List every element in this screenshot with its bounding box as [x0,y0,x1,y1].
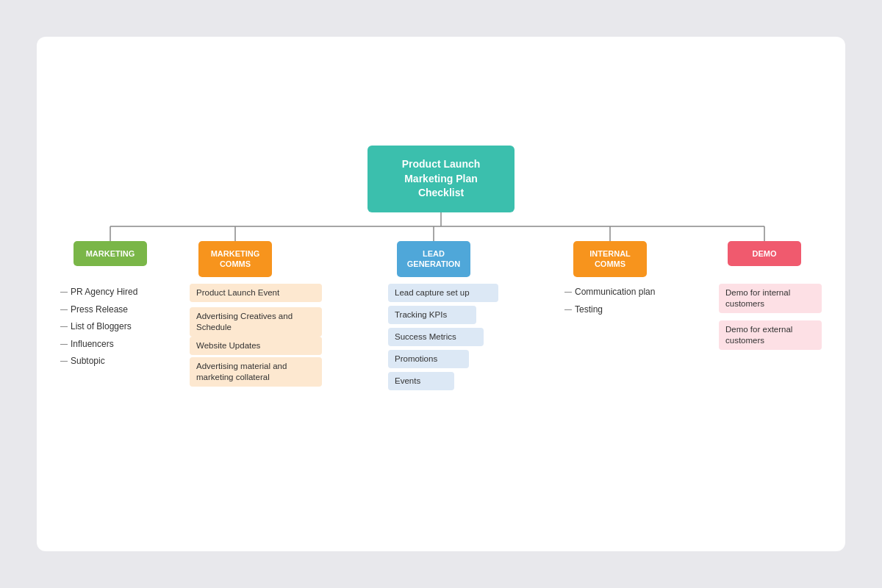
demo-item-2: Demo for external customers [719,320,822,350]
list-item: Subtopic [60,353,137,370]
list-item: Press Release [60,301,137,319]
demo-item-1: Demo for internal customers [719,284,822,313]
root-label: Product Launch Marketing Plan Checklist [402,158,481,198]
lg-item-3: Success Metrics [388,328,484,346]
lg-item-1: Lead capture set up [388,284,498,302]
list-item: Testing [564,301,655,319]
lg-item-5: Events [388,372,454,390]
lg-item-4: Promotions [388,350,469,368]
canvas: Product Launch Marketing Plan Checklist … [37,37,845,551]
category-internalcomms: INTERNAL COMMS [573,241,647,277]
list-item: PR Agency Hired [60,284,137,301]
lg-item-2: Tracking KPIs [388,306,476,324]
mc-item-4: Advertising material and marketing colla… [190,357,322,387]
list-item: Influencers [60,336,137,354]
marketing-items: PR Agency Hired Press Release List of Bl… [60,284,137,370]
mc-item-3: Website Updates [190,337,322,355]
category-marketing: MARKETING [74,241,147,266]
mc-item-1: Product Launch Event [190,284,322,302]
list-item: List of Bloggers [60,318,137,336]
internalcomms-items: Communication plan Testing [564,284,655,318]
category-marketingcomms: MARKETING COMMS [198,241,272,277]
root-node: Product Launch Marketing Plan Checklist [368,146,514,212]
category-leadgen: LEAD GENERATION [397,241,470,277]
mc-item-2: Advertising Creatives and Schedule [190,307,322,337]
category-demo: DEMO [728,241,801,266]
list-item: Communication plan [564,284,655,301]
